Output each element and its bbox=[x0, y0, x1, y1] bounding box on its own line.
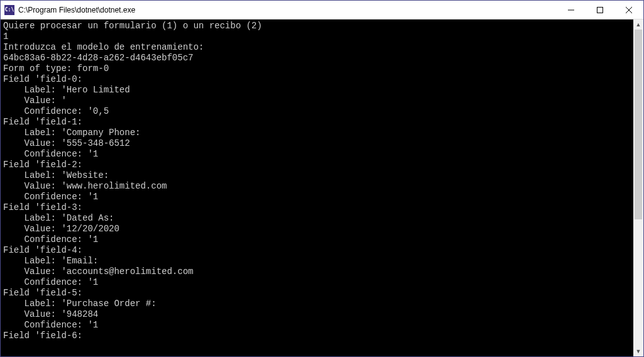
window-controls bbox=[557, 1, 643, 19]
console-window: C:\ C:\Program Files\dotnet\dotnet.exe Q… bbox=[0, 0, 644, 357]
titlebar[interactable]: C:\ C:\Program Files\dotnet\dotnet.exe bbox=[1, 1, 643, 19]
close-button[interactable] bbox=[614, 1, 643, 19]
scroll-thumb[interactable] bbox=[635, 30, 642, 219]
svg-rect-1 bbox=[597, 7, 603, 13]
scroll-up-arrow[interactable]: ▲ bbox=[633, 19, 643, 30]
vertical-scrollbar[interactable]: ▲ ▼ bbox=[633, 19, 643, 356]
scroll-down-arrow[interactable]: ▼ bbox=[633, 346, 643, 356]
scroll-track[interactable] bbox=[633, 30, 643, 346]
window-title: C:\Program Files\dotnet\dotnet.exe bbox=[18, 6, 557, 14]
maximize-button[interactable] bbox=[586, 1, 614, 19]
terminal-output[interactable]: Quiere procesar un formulario (1) o un r… bbox=[1, 19, 633, 356]
app-icon: C:\ bbox=[4, 5, 14, 15]
content-area: Quiere procesar un formulario (1) o un r… bbox=[1, 19, 643, 356]
minimize-button[interactable] bbox=[557, 1, 586, 19]
